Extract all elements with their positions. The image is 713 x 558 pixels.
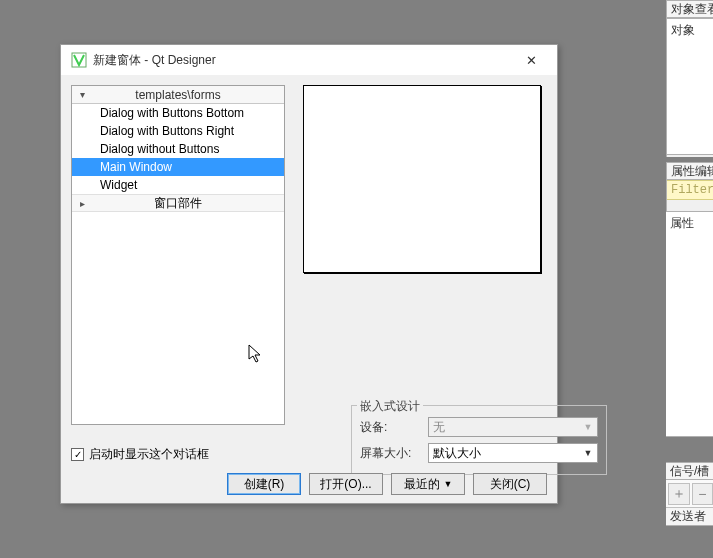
form-preview bbox=[303, 85, 541, 273]
minus-icon: − bbox=[698, 486, 706, 502]
titlebar[interactable]: 新建窗体 - Qt Designer ✕ bbox=[61, 45, 557, 75]
chevron-down-icon: ▼ bbox=[444, 479, 453, 489]
tree-item-dialog-buttons-right[interactable]: Dialog with Buttons Right bbox=[72, 122, 284, 140]
chevron-down-icon: ▼ bbox=[581, 446, 595, 460]
create-button[interactable]: 创建(R) bbox=[227, 473, 301, 495]
object-inspector-body[interactable]: 对象 bbox=[667, 18, 713, 155]
dialog-body: ▾ templates\forms Dialog with Buttons Bo… bbox=[61, 75, 557, 433]
sender-column-header: 发送者 bbox=[666, 508, 713, 526]
close-button[interactable]: 关闭(C) bbox=[473, 473, 547, 495]
tree-header-label: templates\forms bbox=[92, 88, 284, 102]
tree-item-widget[interactable]: Widget bbox=[72, 176, 284, 194]
recent-button[interactable]: 最近的▼ bbox=[391, 473, 465, 495]
property-list-panel: 属性 bbox=[666, 211, 713, 437]
device-combo: 无 ▼ bbox=[428, 417, 598, 437]
show-on-startup-checkbox[interactable]: ✓ bbox=[71, 448, 84, 461]
add-signal-button[interactable]: ＋ bbox=[668, 483, 690, 505]
tree-item-dialog-no-buttons[interactable]: Dialog without Buttons bbox=[72, 140, 284, 158]
tree-item-dialog-buttons-bottom[interactable]: Dialog with Buttons Bottom bbox=[72, 104, 284, 122]
embedded-group-label: 嵌入式设计 bbox=[357, 398, 423, 415]
new-form-dialog: 新建窗体 - Qt Designer ✕ ▾ templates\forms D… bbox=[60, 44, 558, 504]
qt-designer-icon bbox=[71, 52, 87, 68]
property-filter-input[interactable]: Filter bbox=[667, 180, 713, 200]
chevron-right-icon: ▸ bbox=[72, 198, 92, 209]
template-tree[interactable]: ▾ templates\forms Dialog with Buttons Bo… bbox=[71, 85, 285, 425]
tree-header-widgets[interactable]: ▸ 窗口部件 bbox=[72, 194, 284, 212]
tree-header-templates[interactable]: ▾ templates\forms bbox=[72, 86, 284, 104]
device-value: 无 bbox=[433, 419, 445, 436]
close-icon[interactable]: ✕ bbox=[511, 46, 551, 74]
show-on-startup-label: 启动时显示这个对话框 bbox=[89, 446, 209, 463]
object-column-header: 对象 bbox=[671, 23, 695, 37]
device-label: 设备: bbox=[360, 419, 420, 436]
signal-slot-panel: 信号/槽 ＋ − 发送者 bbox=[666, 462, 713, 557]
dialog-title: 新建窗体 - Qt Designer bbox=[93, 52, 511, 69]
chevron-down-icon: ▼ bbox=[581, 420, 595, 434]
open-button[interactable]: 打开(O)... bbox=[309, 473, 383, 495]
object-inspector-panel: 对象查看 对象 bbox=[666, 0, 713, 157]
signal-slot-title: 信号/槽 bbox=[666, 462, 713, 480]
plus-icon: ＋ bbox=[672, 485, 686, 503]
property-editor-title: 属性编辑 bbox=[667, 162, 713, 180]
remove-signal-button[interactable]: − bbox=[692, 483, 714, 505]
tree-subheader-label: 窗口部件 bbox=[92, 195, 284, 212]
object-inspector-title: 对象查看 bbox=[667, 0, 713, 18]
chevron-down-icon: ▾ bbox=[72, 89, 92, 100]
tree-item-main-window[interactable]: Main Window bbox=[72, 158, 284, 176]
property-list-body[interactable]: 属性 bbox=[666, 211, 713, 437]
signal-slot-toolbar: ＋ − bbox=[666, 480, 713, 508]
property-column-header: 属性 bbox=[670, 216, 694, 230]
